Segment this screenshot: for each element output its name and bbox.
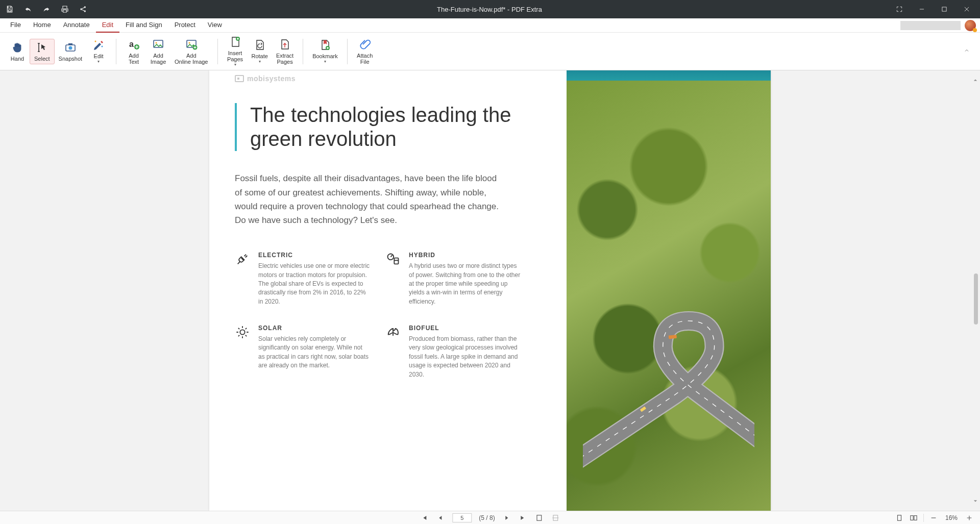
feature-hybrid: HYBRID A hybrid uses two or more distinc… xyxy=(385,252,521,306)
insert-pages-label: Insert Pages xyxy=(227,50,243,62)
zoom-out-button[interactable] xyxy=(929,513,938,522)
rotate-button[interactable]: Rotate ▾ xyxy=(248,37,272,66)
add-image-button[interactable]: Add Image xyxy=(146,36,170,67)
menu-protect[interactable]: Protect xyxy=(168,18,202,33)
close-icon[interactable] xyxy=(958,2,976,16)
fit-page-button[interactable] xyxy=(535,513,544,522)
feature-title: HYBRID xyxy=(409,252,521,259)
save-icon[interactable] xyxy=(4,4,15,15)
collapse-ribbon-button[interactable] xyxy=(964,47,972,56)
svg-rect-25 xyxy=(897,515,901,520)
bookmark-label: Bookmark xyxy=(312,53,338,59)
maximize-icon[interactable] xyxy=(935,2,953,16)
share-icon[interactable] xyxy=(78,4,89,15)
two-page-view-button[interactable] xyxy=(909,513,918,522)
edit-icon xyxy=(92,39,105,51)
user-avatar[interactable] xyxy=(965,20,976,31)
svg-point-7 xyxy=(95,41,96,42)
snapshot-button[interactable]: Snapshot xyxy=(55,39,86,64)
menu-file[interactable]: File xyxy=(4,18,27,33)
quick-access-toolbar xyxy=(4,4,89,15)
snapshot-label: Snapshot xyxy=(59,56,82,62)
bookmark-button[interactable]: Bookmark ▾ xyxy=(308,37,342,66)
online-image-icon xyxy=(185,38,198,51)
document-viewport[interactable]: mobisystems The technologies leading the… xyxy=(0,70,980,511)
fit-width-button[interactable] xyxy=(551,513,560,522)
prev-page-button[interactable] xyxy=(436,513,445,522)
minimize-icon[interactable] xyxy=(913,2,931,16)
select-button[interactable]: Select xyxy=(30,39,55,64)
page-text-column: mobisystems The technologies leading the… xyxy=(209,70,567,511)
svg-rect-19 xyxy=(394,258,398,264)
hand-button[interactable]: Hand xyxy=(5,39,30,64)
scrollbar-thumb[interactable] xyxy=(974,273,978,325)
next-page-button[interactable] xyxy=(502,513,511,522)
feature-grid: ELECTRIC Electric vehicles use one or mo… xyxy=(235,252,521,379)
lead-paragraph: Fossil fuels, despite all their disadvan… xyxy=(235,171,500,227)
add-image-label: Add Image xyxy=(151,53,166,65)
svg-point-14 xyxy=(188,42,190,43)
paperclip-icon xyxy=(359,38,371,51)
title-bar: The-Future-is-Now.pdf* - PDF Extra xyxy=(0,0,980,18)
redo-icon[interactable] xyxy=(41,4,52,15)
scroll-down-button[interactable] xyxy=(973,498,978,504)
svg-rect-6 xyxy=(68,43,72,45)
page-heading: The technologies leading the green revol… xyxy=(250,103,521,151)
svg-rect-3 xyxy=(942,7,946,11)
aerial-road-image xyxy=(567,70,771,511)
rotate-icon xyxy=(254,39,266,51)
zoom-in-button[interactable] xyxy=(965,513,974,522)
feature-desc: Solar vehicles rely completely or signif… xyxy=(258,335,370,370)
extract-pages-button[interactable]: Extract Pages xyxy=(272,36,298,67)
sun-icon xyxy=(235,325,250,340)
image-icon xyxy=(152,38,164,51)
svg-point-12 xyxy=(156,42,157,43)
add-text-button[interactable]: a Add Text xyxy=(121,36,146,67)
extract-pages-icon xyxy=(279,38,291,51)
status-bar: 5 (5 / 8) 16% xyxy=(0,511,980,524)
menu-annotate[interactable]: Annotate xyxy=(57,18,96,33)
gauge-fuel-icon xyxy=(385,252,401,267)
leaf-icon xyxy=(385,325,401,340)
user-name-box[interactable] xyxy=(900,21,961,30)
plug-icon xyxy=(235,252,250,267)
fullscreen-icon[interactable] xyxy=(890,2,909,16)
chevron-down-icon: ▾ xyxy=(234,62,236,67)
page-image-column xyxy=(567,70,771,511)
scroll-up-button[interactable] xyxy=(973,78,978,83)
heading-accent-bar xyxy=(235,103,237,151)
svg-rect-21 xyxy=(669,335,677,339)
vertical-scrollbar xyxy=(973,78,978,504)
svg-text:a: a xyxy=(129,40,134,48)
document-brand-logo: mobisystems xyxy=(235,74,521,83)
window-controls xyxy=(890,2,976,16)
edit-button[interactable]: Edit ▾ xyxy=(86,37,111,66)
menu-home[interactable]: Home xyxy=(27,18,57,33)
attach-file-label: Attach File xyxy=(357,53,373,65)
menu-bar: File Home Annotate Edit Fill and Sign Pr… xyxy=(0,18,980,33)
last-page-button[interactable] xyxy=(519,513,528,522)
single-page-view-button[interactable] xyxy=(895,513,904,522)
feature-solar: SOLAR Solar vehicles rely completely or … xyxy=(235,325,370,379)
brand-text: mobisystems xyxy=(247,74,296,83)
svg-point-20 xyxy=(240,330,244,334)
rotate-label: Rotate xyxy=(252,53,268,59)
print-icon[interactable] xyxy=(59,4,70,15)
ribbon-separator xyxy=(116,39,116,64)
menu-fill-and-sign[interactable]: Fill and Sign xyxy=(119,18,168,33)
insert-pages-button[interactable]: Insert Pages ▾ xyxy=(223,34,248,69)
attach-file-button[interactable]: Attach File xyxy=(353,36,377,67)
chevron-down-icon: ▾ xyxy=(324,59,326,64)
feature-title: ELECTRIC xyxy=(258,252,370,259)
first-page-button[interactable] xyxy=(420,513,429,522)
page-number-input[interactable]: 5 xyxy=(452,513,472,522)
feature-desc: Produced from biomass, rather than the v… xyxy=(409,335,521,379)
feature-desc: A hybrid uses two or more distinct types… xyxy=(409,262,521,306)
select-icon xyxy=(36,41,48,54)
add-text-icon: a xyxy=(128,38,140,51)
menu-edit[interactable]: Edit xyxy=(96,18,119,33)
menu-view[interactable]: View xyxy=(202,18,228,33)
undo-icon[interactable] xyxy=(22,4,34,15)
page-navigation: 5 (5 / 8) xyxy=(420,513,560,522)
add-online-image-button[interactable]: Add Online Image xyxy=(170,36,212,67)
